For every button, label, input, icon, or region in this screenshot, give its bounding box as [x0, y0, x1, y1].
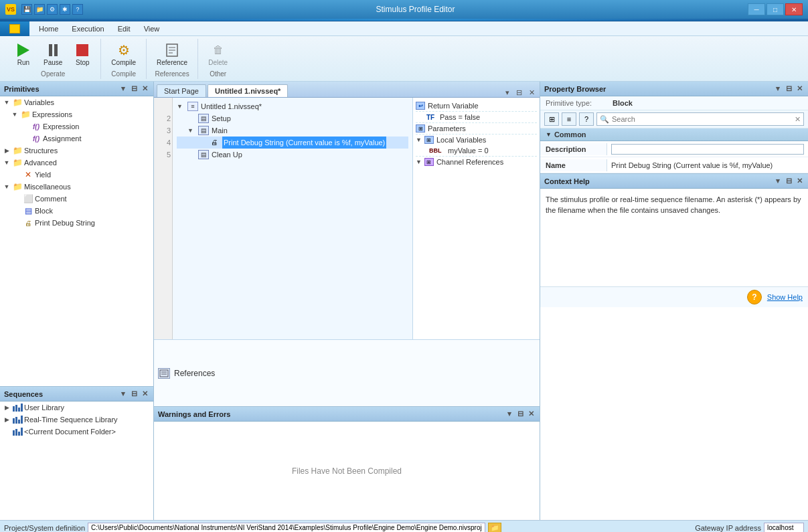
- tab-close-btn[interactable]: ✕: [527, 88, 537, 97]
- tree-item-yield[interactable]: ▶ ✕ Yield: [0, 169, 153, 181]
- property-browser: Property Browser ▾ ⊟ ✕ Primitive type: B…: [540, 82, 808, 520]
- pb-float-btn[interactable]: ⊟: [784, 84, 793, 93]
- local-vars-row[interactable]: ▼ ⊞ Local Variables: [416, 135, 537, 145]
- compile-button[interactable]: ⚙ Compile: [106, 39, 141, 69]
- pause-button[interactable]: Pause: [39, 39, 67, 69]
- sequences-float-btn[interactable]: ⊟: [129, 389, 139, 398]
- primitives-float-btn[interactable]: ⊟: [129, 84, 139, 93]
- primitives-close-btn[interactable]: ✕: [140, 84, 149, 93]
- show-help-link[interactable]: Show Help: [767, 293, 803, 301]
- assignment-func-icon: f(): [31, 134, 42, 143]
- code-area[interactable]: ▼ ≡ Untitled 1.nivsseq* ▶ ▤ Setup ▼: [173, 98, 412, 339]
- code-line-2[interactable]: ▶ ▤ Setup: [177, 112, 408, 124]
- code-icon-1: ≡: [187, 102, 198, 111]
- primitives-pin-btn[interactable]: ▾: [118, 84, 128, 93]
- maximize-btn[interactable]: □: [766, 3, 784, 15]
- quick-btn3[interactable]: ⚙: [47, 4, 58, 15]
- tree-item-expression[interactable]: ▶ f() Expression: [0, 120, 153, 132]
- menu-edit[interactable]: Edit: [111, 23, 137, 34]
- tree-item-comment[interactable]: ▶ ⬜ Comment: [0, 193, 153, 205]
- code-line-5[interactable]: ▶ ▤ Clean Up: [177, 149, 408, 161]
- run-button[interactable]: Run: [11, 39, 36, 69]
- variables-folder-icon: 📁: [12, 98, 23, 107]
- prop-tool-help-btn[interactable]: ?: [579, 112, 594, 126]
- prop-section-common-label: Common: [554, 130, 586, 139]
- code-expand-1[interactable]: ▼: [177, 100, 185, 112]
- warnings-panel: Warnings and Errors ▾ ⊟ ✕ Files Have Not…: [154, 406, 540, 520]
- tab-pin-btn[interactable]: ▾: [503, 88, 511, 97]
- warnings-close-btn[interactable]: ✕: [526, 410, 536, 418]
- prop-tool-grid-btn[interactable]: ⊞: [544, 112, 559, 126]
- user-lib-icon: [12, 403, 23, 412]
- ch-pin-btn[interactable]: ▾: [773, 177, 783, 185]
- tree-item-miscellaneous[interactable]: ▼ 📁 Miscellaneous: [0, 181, 153, 193]
- tab-untitled[interactable]: Untitled 1.nivsseq*: [208, 84, 288, 97]
- ch-close-btn[interactable]: ✕: [795, 177, 804, 185]
- description-input[interactable]: [611, 144, 804, 155]
- warnings-content: Files Have Not Been Compiled: [154, 422, 540, 520]
- tree-item-user-library[interactable]: ▶ User Library: [0, 402, 153, 414]
- stop-button[interactable]: Stop: [70, 39, 95, 69]
- tree-item-variables[interactable]: ▼ 📁 Variables: [0, 96, 153, 108]
- prop-search-box: 🔍 ✕: [596, 112, 804, 126]
- app-menu-btn[interactable]: [0, 21, 29, 36]
- primitives-title: Primitives: [4, 85, 39, 93]
- warnings-float-btn[interactable]: ⊟: [515, 410, 525, 418]
- code-line-1[interactable]: ▼ ≡ Untitled 1.nivsseq*: [177, 100, 408, 112]
- ln-3: 3: [155, 124, 171, 137]
- quick-save-btn[interactable]: 💾: [21, 4, 32, 15]
- quick-help-btn[interactable]: ?: [72, 4, 83, 15]
- tree-item-advanced[interactable]: ▼ 📁 Advanced: [0, 157, 153, 169]
- line-numbers: 2 3 4 5: [154, 98, 173, 339]
- code-line-4[interactable]: ▶ 🖨 Print Debug String (Current value is…: [177, 137, 408, 149]
- project-folder-btn[interactable]: 📁: [488, 523, 501, 533]
- tree-item-print-debug[interactable]: ▶ 🖨 Print Debug String: [0, 217, 153, 229]
- bbl-icon: BBL: [429, 147, 445, 154]
- sequences-pin-btn[interactable]: ▾: [118, 389, 128, 398]
- gateway-value: localhost: [764, 523, 804, 532]
- help-text: The stimulus profile or real-time sequen…: [546, 195, 801, 214]
- menu-view[interactable]: View: [137, 23, 167, 34]
- tree-item-block[interactable]: ▶ ▤ Block: [0, 205, 153, 217]
- tree-item-expressions[interactable]: ▼ 📁 Expressions: [0, 108, 153, 120]
- prop-search-input[interactable]: [612, 115, 795, 123]
- search-clear-btn[interactable]: ✕: [795, 115, 801, 124]
- tree-item-structures[interactable]: ▶ 📁 Structures: [0, 145, 153, 157]
- expressions-label: Expressions: [32, 110, 72, 118]
- tree-item-assignment[interactable]: ▶ f() Assignment: [0, 132, 153, 145]
- app-icon: VS: [5, 4, 16, 15]
- search-icon: 🔍: [600, 115, 609, 124]
- tree-item-rt-library[interactable]: ▶ Real-Time Sequence Library: [0, 414, 153, 426]
- quick-btn4[interactable]: ✱: [60, 4, 70, 15]
- quick-open-btn[interactable]: 📁: [34, 4, 45, 15]
- code-line-3[interactable]: ▼ ▤ Main: [177, 124, 408, 137]
- prop-common-section: ▼ Common Description Name Print Debug St…: [540, 128, 808, 173]
- tab-start-page[interactable]: Start Page: [157, 84, 206, 97]
- pb-pin-btn[interactable]: ▾: [773, 84, 783, 93]
- sequences-close-btn[interactable]: ✕: [140, 389, 149, 398]
- prop-section-common-header: ▼ Common: [540, 128, 808, 141]
- tab-float-btn[interactable]: ⊟: [514, 88, 524, 97]
- expression-label: Expression: [43, 122, 79, 130]
- return-variable-label: Return Variable: [428, 102, 479, 110]
- ch-float-btn[interactable]: ⊟: [784, 177, 793, 185]
- menu-execution[interactable]: Execution: [65, 23, 110, 34]
- name-label: Name: [540, 159, 607, 171]
- delete-button[interactable]: 🗑 Delete: [204, 39, 232, 69]
- reference-button[interactable]: Reference: [152, 39, 192, 69]
- tree-item-current-folder[interactable]: ▶ <Current Document Folder>: [0, 426, 153, 438]
- structures-arrow: ▶: [3, 147, 11, 154]
- left-panel: Primitives ▾ ⊟ ✕ ▼ 📁 Variables: [0, 82, 154, 520]
- close-btn[interactable]: ✕: [785, 3, 803, 15]
- channel-refs-row[interactable]: ▼ ⊞ Channel References: [416, 157, 537, 167]
- pb-close-btn[interactable]: ✕: [795, 84, 804, 93]
- warnings-pin-btn[interactable]: ▾: [505, 410, 514, 418]
- sequences-header: Sequences ▾ ⊟ ✕: [0, 387, 153, 402]
- property-browser-title: Property Browser: [544, 85, 606, 93]
- misc-label: Miscellaneous: [24, 183, 71, 191]
- code-expand-3[interactable]: ▼: [187, 124, 195, 137]
- prop-tool-list-btn[interactable]: ≡: [562, 112, 576, 126]
- editor-content-area: 2 3 4 5 ▼ ≡ Untitled 1.nivsseq*: [154, 98, 540, 406]
- minimize-btn[interactable]: ─: [748, 3, 765, 15]
- menu-home[interactable]: Home: [32, 23, 65, 34]
